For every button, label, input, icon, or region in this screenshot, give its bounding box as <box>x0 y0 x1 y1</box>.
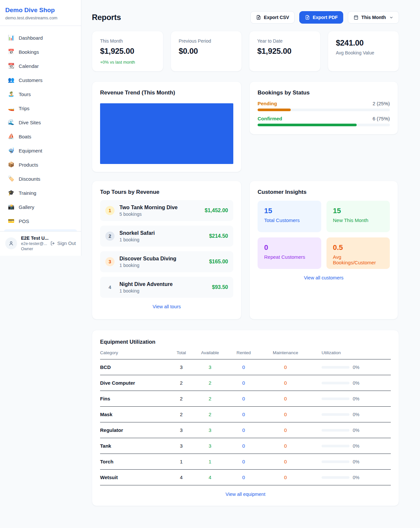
stats-row: This Month $1,925.00 +0% vs last month P… <box>92 31 399 71</box>
stat-value: $1,925.00 <box>257 47 312 56</box>
sidebar-item-trips[interactable]: 🚤 Trips <box>4 102 77 114</box>
utilization-bar-track <box>322 429 349 432</box>
sidebar-item-label: Discounts <box>19 176 40 182</box>
tour-name: Two Tank Morning Dive <box>119 205 205 211</box>
view-all-customers-link[interactable]: View all customers <box>304 275 344 280</box>
sidebar-item-label: Equipment <box>19 148 42 153</box>
cell-rented: 0 <box>228 475 259 480</box>
sidebar-item-training[interactable]: 🎓 Training <box>4 187 77 199</box>
sign-out-button[interactable]: Sign Out <box>50 241 76 246</box>
tour-revenue: $214.50 <box>209 233 228 239</box>
top-tours-card: Top Tours by Revenue 1 Two Tank Morning … <box>92 181 242 319</box>
stat-label: Avg Booking Value <box>336 50 391 55</box>
stat-delta: +0% vs last month <box>100 60 155 65</box>
sidebar-item-gallery[interactable]: 📸 Gallery <box>4 201 77 213</box>
sidebar-item-equipment[interactable]: 🤿 Equipment <box>4 145 77 156</box>
cell-category: BCD <box>100 364 171 370</box>
sidebar-item-dive-sites[interactable]: 🌊 Dive Sites <box>4 116 77 128</box>
tour-row: 1 Two Tank Morning Dive 5 bookings $1,45… <box>100 200 233 221</box>
cell-rented: 0 <box>228 443 259 449</box>
status-value-confirmed: 6 (75%) <box>372 116 390 121</box>
view-all-equipment-link[interactable]: View all equipment <box>225 492 265 497</box>
sidebar-item-products[interactable]: 📦 Products <box>4 159 77 171</box>
tour-revenue: $165.00 <box>209 259 228 265</box>
sidebar-item-dashboard[interactable]: 📊 Dashboard <box>4 32 77 44</box>
tour-name: Discover Scuba Diving <box>119 256 209 262</box>
stat-card-avg-booking-value: $241.00 Avg Booking Value <box>328 31 399 71</box>
sidebar-item-pos[interactable]: 💳 POS <box>4 215 77 227</box>
cell-rented: 0 <box>228 459 259 464</box>
sign-out-icon <box>50 241 55 246</box>
cell-utilization: 0% <box>312 365 391 370</box>
status-value-pending: 2 (25%) <box>372 101 390 106</box>
cell-category: Tank <box>100 443 171 449</box>
bookings-calendar-icon: 📅 <box>8 49 14 54</box>
view-all-tours-link[interactable]: View all tours <box>153 304 181 309</box>
camera-icon: 📸 <box>8 204 14 210</box>
header-actions: Export CSV Export PDF This Month <box>250 11 399 24</box>
bookings-by-status-title: Bookings by Status <box>258 90 390 96</box>
brand: Demo Dive Shop demo.test.divestreams.com <box>0 0 81 26</box>
col-rented: Rented <box>228 350 259 355</box>
tour-bookings: 1 booking <box>119 237 209 242</box>
sidebar-item-tours[interactable]: 🏝️ Tours <box>4 88 77 100</box>
sidebar-item-customers[interactable]: 👥 Customers <box>4 74 77 86</box>
revenue-trend-card: Revenue Trend (This Month) <box>92 81 242 172</box>
table-row-dive-computer: Dive Computer 2 2 0 0 0% <box>100 375 391 391</box>
credit-card-icon: 💳 <box>8 218 14 224</box>
equipment-utilization-card: Equipment Utilization Category Total Ava… <box>92 330 399 506</box>
status-row-confirmed: Confirmed 6 (75%) <box>258 116 390 121</box>
tour-main: Snorkel Safari 1 booking <box>119 230 209 242</box>
tour-main: Night Dive Adventure 1 booking <box>119 281 212 294</box>
sidebar-item-discounts[interactable]: 🏷️ Discounts <box>4 173 77 185</box>
cell-total: 2 <box>171 380 192 386</box>
sign-out-label: Sign Out <box>57 241 76 246</box>
tour-bookings: 1 booking <box>119 263 209 268</box>
tour-bookings: 5 bookings <box>119 212 205 217</box>
tile-label: Avg Bookings/Customer <box>333 254 384 265</box>
shop-subdomain: demo.test.divestreams.com <box>5 15 76 20</box>
cell-available: 3 <box>192 443 228 449</box>
cell-total: 4 <box>171 475 192 480</box>
sidebar-item-label: Boats <box>19 134 31 139</box>
speedboat-icon: 🚤 <box>8 106 14 111</box>
col-maintenance: Maintenance <box>259 350 312 355</box>
view-all-tours-wrap: View all tours <box>100 304 233 310</box>
view-all-customers-wrap: View all customers <box>258 275 390 281</box>
cell-rented: 0 <box>228 364 259 370</box>
tour-row: 3 Discover Scuba Diving 1 booking $165.0… <box>100 251 233 272</box>
table-row-fins: Fins 2 2 0 0 0% <box>100 391 391 407</box>
wave-icon: 🌊 <box>8 120 14 125</box>
utilization-percent: 0% <box>353 365 359 370</box>
sidebar-item-calendar[interactable]: 📆 Calendar <box>4 60 77 72</box>
cell-maintenance: 0 <box>259 396 312 401</box>
utilization-percent: 0% <box>353 412 359 417</box>
tour-main: Discover Scuba Diving 1 booking <box>119 256 209 268</box>
status-row-pending: Pending 2 (25%) <box>258 101 390 106</box>
utilization-bar-track <box>322 382 349 384</box>
dive-mask-icon: 🤿 <box>8 148 14 153</box>
sidebar-item-label: Tours <box>19 91 31 97</box>
col-available: Available <box>192 350 228 355</box>
sidebar-item-label: Trips <box>19 106 30 111</box>
tour-revenue: $93.50 <box>212 284 228 290</box>
cell-utilization: 0% <box>312 380 391 386</box>
cell-available: 1 <box>192 459 228 464</box>
cell-rented: 0 <box>228 427 259 433</box>
period-dropdown[interactable]: This Month <box>348 11 399 24</box>
cell-category: Mask <box>100 412 171 417</box>
cell-maintenance: 0 <box>259 443 312 449</box>
cell-utilization: 0% <box>312 412 391 417</box>
rank-badge: 1 <box>105 206 115 215</box>
cell-total: 1 <box>171 459 192 464</box>
col-total: Total <box>171 350 192 355</box>
export-pdf-button[interactable]: Export PDF <box>299 11 343 24</box>
user-email: e2e-tester@... <box>21 241 46 246</box>
tile-value: 15 <box>264 207 315 215</box>
rank-badge: 4 <box>105 283 115 292</box>
sidebar-item-boats[interactable]: ⛵ Boats <box>4 131 77 142</box>
island-icon: 🏝️ <box>8 91 14 97</box>
sidebar-item-bookings[interactable]: 📅 Bookings <box>4 46 77 58</box>
export-csv-button[interactable]: Export CSV <box>250 11 295 24</box>
page-header: Reports Export CSV Export PDF This Month <box>92 11 399 24</box>
